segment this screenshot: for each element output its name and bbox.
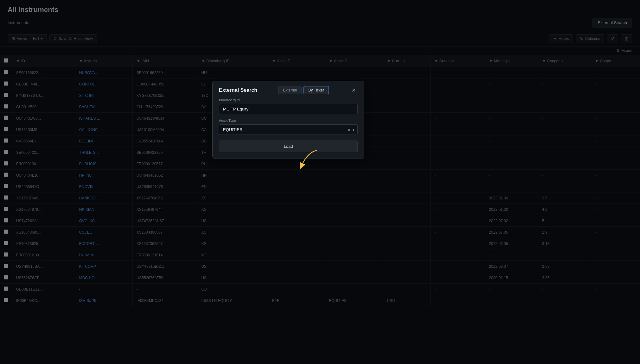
chevron-down-icon: ▾ <box>353 128 355 132</box>
modal-tabs: External By Ticker <box>278 86 329 94</box>
tab-by-ticker[interactable]: By Ticker <box>304 86 329 94</box>
load-button[interactable]: Load <box>219 141 358 152</box>
external-search-modal: External Search External By Ticker ✕ Blo… <box>212 81 364 159</box>
clear-icon[interactable]: ✕ <box>347 127 351 132</box>
asset-type-select-wrap: EQUITIES ✕ ▾ <box>219 124 358 135</box>
tab-external[interactable]: External <box>278 86 302 94</box>
modal-title: External Search <box>219 87 257 93</box>
modal-body: Bloomberg Id Asset Type EQUITIES ✕ ▾ Loa… <box>213 98 364 159</box>
bloomberg-id-input[interactable] <box>219 104 358 114</box>
modal-close-button[interactable]: ✕ <box>350 87 358 94</box>
modal-overlay: External Search External By Ticker ✕ Blo… <box>0 0 640 364</box>
modal-header: External Search External By Ticker ✕ <box>213 81 364 98</box>
select-icons: ✕ ▾ <box>347 127 355 132</box>
load-section: Load <box>219 139 358 152</box>
asset-type-label: Asset Type <box>219 119 358 122</box>
bloomberg-id-field: Bloomberg Id <box>219 98 358 114</box>
asset-type-field: Asset Type EQUITIES ✕ ▾ <box>219 119 358 135</box>
bloomberg-id-label: Bloomberg Id <box>219 98 358 102</box>
asset-type-select[interactable]: EQUITIES <box>219 124 358 135</box>
asset-type-value: EQUITIES <box>223 127 242 132</box>
